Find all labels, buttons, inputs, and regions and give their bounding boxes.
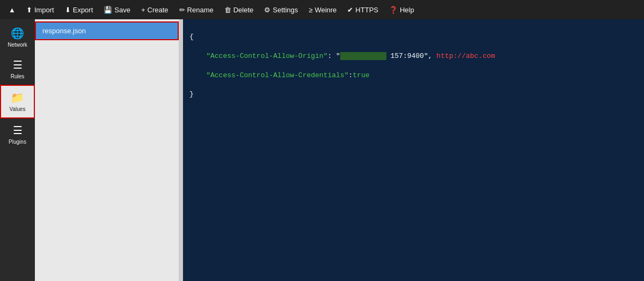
code-line-1: { <box>189 32 638 43</box>
help-button[interactable]: ❓ Help <box>385 4 419 16</box>
sidebar-label-plugins: Plugins <box>9 139 26 145</box>
sidebar-label-network: Network <box>8 42 27 48</box>
key-access-control-allow-credentials: "Access-Control-Allow-Credentials" <box>206 71 348 79</box>
network-icon: 🌐 <box>11 27 24 40</box>
file-list: response.json <box>35 19 179 281</box>
weinre-button[interactable]: ≥ Weinre <box>304 4 341 16</box>
sidebar-item-values[interactable]: 📁 Values <box>0 85 35 119</box>
values-icon: 📁 <box>11 91 24 104</box>
import-button[interactable]: ⬆ Import <box>22 4 58 16</box>
chevron-button[interactable]: ▲ <box>4 4 20 16</box>
redacted-value: ███████████ <box>340 52 386 60</box>
sidebar-label-values: Values <box>10 106 26 112</box>
chevron-icon: ▲ <box>9 6 16 14</box>
sidebar: 🌐 Network ☰ Rules 📁 Values ☰ Plugins <box>0 19 35 281</box>
key-access-control-allow-origin: "Access-Control-Allow-Origin" <box>206 52 327 60</box>
rename-button[interactable]: ✏ Rename <box>175 4 218 16</box>
closing-brace: } <box>189 90 194 98</box>
delete-button[interactable]: 🗑 Delete <box>220 4 258 16</box>
save-icon: 💾 <box>104 6 112 14</box>
sidebar-item-network[interactable]: 🌐 Network <box>0 21 35 53</box>
sidebar-item-plugins[interactable]: ☰ Plugins <box>0 119 35 150</box>
export-button[interactable]: ⬇ Export <box>61 4 98 16</box>
file-item-response-json[interactable]: response.json <box>35 21 179 40</box>
main-area: 🌐 Network ☰ Rules 📁 Values ☰ Plugins res… <box>0 19 644 281</box>
sidebar-item-rules[interactable]: ☰ Rules <box>0 53 35 85</box>
toolbar: ▲ ⬆ Import ⬇ Export 💾 Save + Create ✏ Re… <box>0 0 644 19</box>
delete-icon: 🗑 <box>224 6 231 14</box>
settings-button[interactable]: ⚙ Settings <box>260 4 302 16</box>
weinre-icon: ≥ <box>309 6 312 14</box>
import-icon: ⬆ <box>26 6 32 14</box>
https-check-icon: ✔ <box>347 6 353 14</box>
plugins-icon: ☰ <box>13 124 23 137</box>
create-button[interactable]: + Create <box>137 4 173 16</box>
code-line-2: "Access-Control-Allow-Origin": "████████… <box>189 51 638 62</box>
https-button[interactable]: ✔ HTTPS <box>343 4 383 16</box>
code-line-3: "Access-Control-Allow-Credentials":true <box>189 70 638 82</box>
help-icon: ❓ <box>389 6 398 14</box>
file-name: response.json <box>42 27 86 35</box>
url-value: http://abc.com <box>433 52 495 60</box>
create-icon: + <box>141 6 145 14</box>
opening-brace: { <box>189 33 194 41</box>
export-icon: ⬇ <box>65 6 71 14</box>
code-editor[interactable]: { "Access-Control-Allow-Origin": "██████… <box>183 19 644 281</box>
file-panel: response.json <box>35 19 180 281</box>
code-line-4: } <box>189 89 638 100</box>
sidebar-label-rules: Rules <box>11 73 25 79</box>
value-true: true <box>353 71 369 79</box>
save-button[interactable]: 💾 Save <box>99 4 135 16</box>
rules-icon: ☰ <box>13 58 23 71</box>
rename-icon: ✏ <box>179 6 185 14</box>
settings-icon: ⚙ <box>264 6 270 14</box>
